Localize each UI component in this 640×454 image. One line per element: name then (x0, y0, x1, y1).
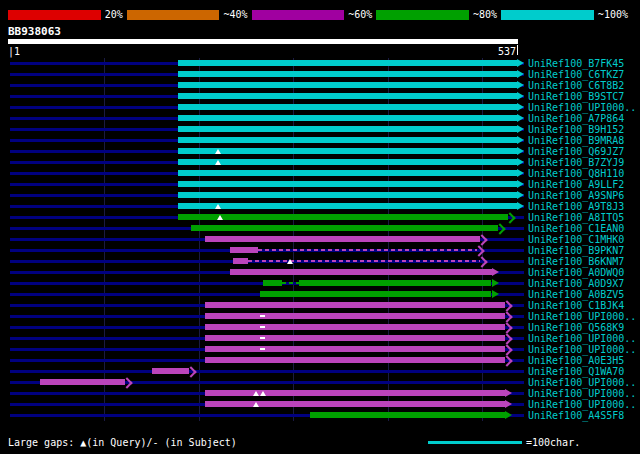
hit-bar-segment[interactable] (205, 335, 504, 341)
hit-label[interactable]: UniRef100_C1EAN0 (528, 223, 624, 234)
hit-label[interactable]: UniRef100_B7FK45 (528, 58, 624, 69)
hit-bar-segment[interactable] (178, 148, 517, 154)
hit-bar-segment[interactable] (205, 302, 504, 308)
alignment-row: UniRef100_A4S5F8 (0, 410, 640, 421)
hit-bar-segment[interactable] (205, 390, 504, 396)
hit-bar-segment[interactable] (205, 324, 504, 330)
hit-label[interactable]: UniRef100_UPI000.. (528, 333, 636, 344)
hit-bar-segment[interactable] (178, 82, 517, 88)
hit-bar-segment[interactable] (205, 313, 504, 319)
gap-marker-subject-icon (260, 315, 265, 317)
hit-bar-segment[interactable] (178, 126, 517, 132)
hit-bar-segment[interactable] (178, 214, 508, 220)
hit-label[interactable]: UniRef100_A0E3H5 (528, 355, 624, 366)
alignment-row: UniRef100_B9STC7 (0, 91, 640, 102)
hit-bar-segment[interactable] (178, 137, 517, 143)
hit-label[interactable]: UniRef100_A9SNP6 (528, 190, 624, 201)
hit-label[interactable]: UniRef100_A4S5F8 (528, 410, 624, 421)
hit-bar-segment[interactable] (178, 203, 517, 209)
hit-label[interactable]: UniRef100_A0DWQ0 (528, 267, 624, 278)
hit-label[interactable]: UniRef100_B9H152 (528, 124, 624, 135)
hit-bar-segment[interactable] (178, 60, 517, 66)
hit-bar-segment[interactable] (178, 93, 517, 99)
alignment-row: UniRef100_B7FK45 (0, 58, 640, 69)
hit-bar-segment[interactable] (178, 115, 517, 121)
alignment-row: UniRef100_A7P864 (0, 113, 640, 124)
ruler-end-tick (517, 45, 518, 55)
hit-bar-segment[interactable] (248, 260, 480, 262)
hit-label[interactable]: UniRef100_Q568K9 (528, 322, 624, 333)
hit-label[interactable]: UniRef100_C6TKZ7 (528, 69, 624, 80)
hit-bar-segment[interactable] (258, 249, 477, 251)
hit-label[interactable]: UniRef100_C6T8B2 (528, 80, 624, 91)
scale-color-segment (376, 10, 469, 20)
hit-bar-segment[interactable] (152, 368, 190, 374)
hit-bar-segment[interactable] (205, 401, 504, 407)
hit-bar-segment[interactable] (310, 412, 505, 418)
alignment-row: UniRef100_Q1WA70 (0, 366, 640, 377)
hit-bar-segment[interactable] (191, 225, 498, 231)
alignment-row: UniRef100_A8ITQ5 (0, 212, 640, 223)
hit-bar-segment[interactable] (40, 379, 125, 385)
hit-label[interactable]: UniRef100_A9T8J3 (528, 201, 624, 212)
hit-label[interactable]: UniRef100_B9STC7 (528, 91, 624, 102)
hit-bar-segment[interactable] (178, 159, 517, 165)
gap-marker-query-icon (253, 402, 259, 407)
hit-bar-segment[interactable] (178, 192, 517, 198)
hit-bar-segment[interactable] (233, 258, 248, 264)
hit-label[interactable]: UniRef100_Q1WA70 (528, 366, 624, 377)
hit-bar-segment[interactable] (260, 291, 491, 297)
hit-bar-segment[interactable] (205, 357, 504, 363)
hit-bar-segment[interactable] (263, 280, 282, 286)
hit-label[interactable]: UniRef100_C1BJK4 (528, 300, 624, 311)
hit-bar-segment[interactable] (178, 71, 517, 77)
alignment-row: UniRef100_UPI000.. (0, 311, 640, 322)
hit-arrow-icon (517, 70, 524, 78)
alignment-row: UniRef100_B9PKN7 (0, 245, 640, 256)
hit-bar-segment[interactable] (178, 181, 517, 187)
hit-label[interactable]: UniRef100_B7ZYJ9 (528, 157, 624, 168)
alignment-row: UniRef100_Q69JZ7 (0, 146, 640, 157)
hit-label[interactable]: UniRef100_B6KNM7 (528, 256, 624, 267)
hit-bar-segment[interactable] (282, 282, 299, 284)
hit-bar-segment[interactable] (299, 280, 492, 286)
alignment-row: UniRef100_B9MRA8 (0, 135, 640, 146)
hit-arrow-icon (492, 279, 499, 287)
hit-arrow-icon (505, 400, 512, 408)
hit-label[interactable]: UniRef100_UPI000.. (528, 311, 636, 322)
hit-arrow-icon (505, 411, 512, 419)
scale-label: 20% (101, 9, 127, 21)
hit-label[interactable]: UniRef100_Q8H110 (528, 168, 624, 179)
alignment-row: UniRef100_UPI000.. (0, 377, 640, 388)
alignment-row: UniRef100_A9LLF2 (0, 179, 640, 190)
hit-label[interactable]: UniRef100_A7P864 (528, 113, 624, 124)
alignment-row: UniRef100_A9SNP6 (0, 190, 640, 201)
hit-label[interactable]: UniRef100_C1MHK0 (528, 234, 624, 245)
alignment-row: UniRef100_UPI000.. (0, 388, 640, 399)
hit-label[interactable]: UniRef100_B9PKN7 (528, 245, 624, 256)
hit-label[interactable]: UniRef100_B9MRA8 (528, 135, 624, 146)
query-name: BB938063 (8, 25, 61, 38)
hit-bar-segment[interactable] (230, 247, 258, 253)
hit-label[interactable]: UniRef100_UPI000.. (528, 102, 636, 113)
hit-label[interactable]: UniRef100_A0BZV5 (528, 289, 624, 300)
alignment-row: UniRef100_UPI000.. (0, 399, 640, 410)
hit-label[interactable]: UniRef100_UPI000.. (528, 377, 636, 388)
hit-label[interactable]: UniRef100_A8ITQ5 (528, 212, 624, 223)
hit-bar-segment[interactable] (205, 236, 480, 242)
hit-label[interactable]: UniRef100_A0D9X7 (528, 278, 624, 289)
scale-legend-line-icon (428, 441, 522, 444)
hit-label[interactable]: UniRef100_UPI000.. (528, 399, 636, 410)
hit-arrow-icon (517, 114, 524, 122)
hit-label[interactable]: UniRef100_UPI000.. (528, 388, 636, 399)
alignment-row: UniRef100_C1EAN0 (0, 223, 640, 234)
hit-bar-segment[interactable] (178, 170, 517, 176)
gap-marker-subject-icon (260, 326, 265, 328)
hit-bar-segment[interactable] (230, 269, 492, 275)
hit-bar-segment[interactable] (178, 104, 517, 110)
hit-label[interactable]: UniRef100_Q69JZ7 (528, 146, 624, 157)
hit-label[interactable]: UniRef100_A9LLF2 (528, 179, 624, 190)
hit-bar-segment[interactable] (205, 346, 504, 352)
hit-label[interactable]: UniRef100_UPI000.. (528, 344, 636, 355)
scale-label: ~40% (219, 9, 251, 21)
